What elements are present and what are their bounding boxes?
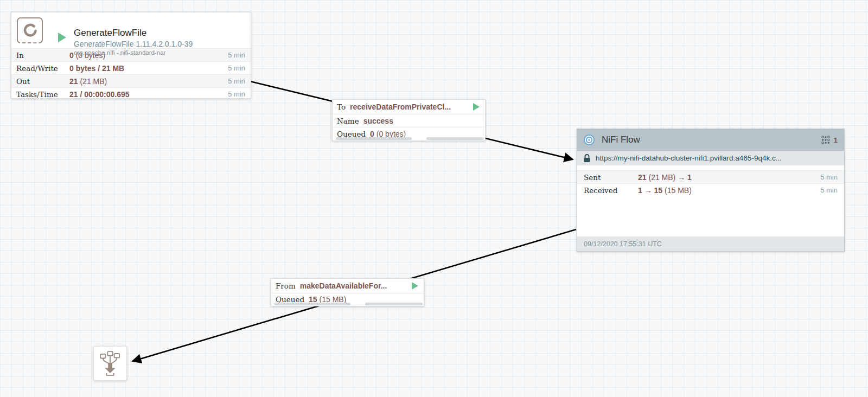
remote-group-url: https://my-nifi-datahub-cluster-nifi1.pv…	[596, 154, 782, 162]
remote-process-group-nifi-flow[interactable]: NiFi Flow 1 https://my-nifi-datahub-clus…	[577, 129, 845, 252]
stat-window: 5 min	[228, 77, 251, 85]
stat-label: In	[11, 51, 69, 60]
processor-stat-row-readwrite: Read/Write 0 bytes / 21 MB 5 min	[11, 61, 251, 74]
stat-label: Tasks/Time	[11, 90, 69, 99]
stat-value: 21 / 00:00:00.695	[69, 90, 228, 99]
remote-stat-row-sent: Sent 21 (21 MB) → 1 5 min	[577, 170, 844, 183]
connection-name-row: Name success	[333, 114, 485, 127]
connection-label-from[interactable]: From makeDataAvailableFor... Queued 15 (…	[271, 278, 424, 306]
backpressure-size-bar	[365, 303, 423, 305]
remote-group-title: NiFi Flow	[602, 135, 640, 145]
stat-window: 5 min	[228, 51, 251, 59]
stat-label: Out	[11, 77, 69, 86]
connection-from-key: From	[276, 281, 296, 290]
remote-group-header: NiFi Flow 1	[577, 129, 844, 151]
stat-label: Sent	[577, 173, 638, 182]
backpressure-object-bar	[336, 137, 412, 140]
stat-window: 5 min	[228, 64, 251, 72]
connection-to-key: To	[337, 103, 346, 111]
processor-stat-row-taskstime: Tasks/Time 21 / 00:00:00.695 5 min	[11, 87, 251, 100]
connection-to-row: To receiveDataFromPrivateCl...	[333, 100, 485, 114]
remote-group-url-row: https://my-nifi-datahub-cluster-nifi1.pv…	[577, 151, 844, 165]
processor-bundle: org.apache.nifi - nifi-standard-nar	[74, 49, 165, 56]
target-run-status-icon	[473, 103, 480, 111]
processor-type: GenerateFlowFile 1.11.4.2.0.1.0-39	[74, 40, 193, 48]
processor-stat-row-out: Out 21 (21 MB) 5 min	[11, 74, 251, 87]
stat-value: 21 (21 MB)	[69, 77, 228, 86]
stat-value: 0 bytes / 21 MB	[69, 64, 228, 73]
remote-port-count: 1	[833, 136, 838, 144]
backpressure-size-bar	[426, 137, 484, 140]
processor-header: GenerateFlowFile GenerateFlowFile 1.11.4…	[11, 12, 251, 48]
connection-from-row: From makeDataAvailableFor...	[271, 279, 424, 293]
connection-name-value: success	[363, 117, 393, 125]
secure-lock-icon	[583, 154, 591, 163]
connection-from-value: makeDataAvailableFor...	[300, 281, 387, 290]
stat-window: 5 min	[228, 90, 251, 98]
remote-ports-grid-icon	[821, 136, 830, 144]
stat-label: Read/Write	[11, 64, 69, 73]
processor-title: GenerateFlowFile	[74, 28, 146, 39]
backpressure-bars	[271, 303, 424, 305]
remote-group-last-refreshed: 09/12/2020 17:55:31 UTC	[577, 236, 844, 251]
connection-name-key: Name	[337, 117, 359, 125]
funnel-icon	[100, 350, 120, 376]
connection-to-value: receiveDataFromPrivateCl...	[350, 103, 451, 111]
stat-window: 5 min	[820, 186, 844, 194]
stat-value: 21 (21 MB) → 1	[638, 173, 820, 182]
remote-stat-row-received: Received 1 → 15 (15 MB) 5 min	[577, 183, 844, 196]
source-run-status-icon	[412, 282, 418, 290]
stat-label: Received	[577, 186, 638, 195]
stat-value: 1 → 15 (15 MB)	[638, 186, 820, 195]
backpressure-bars	[333, 137, 485, 140]
funnel-component[interactable]	[93, 346, 127, 381]
processor-loop-icon	[17, 17, 43, 43]
backpressure-object-bar	[275, 303, 350, 305]
run-status-icon	[58, 33, 66, 42]
stat-window: 5 min	[820, 173, 844, 181]
connection-label-success[interactable]: To receiveDataFromPrivateCl... Name succ…	[332, 99, 486, 141]
remote-group-bullseye-icon	[583, 134, 595, 146]
processor-generateflowfile[interactable]: GenerateFlowFile GenerateFlowFile 1.11.4…	[11, 12, 251, 99]
